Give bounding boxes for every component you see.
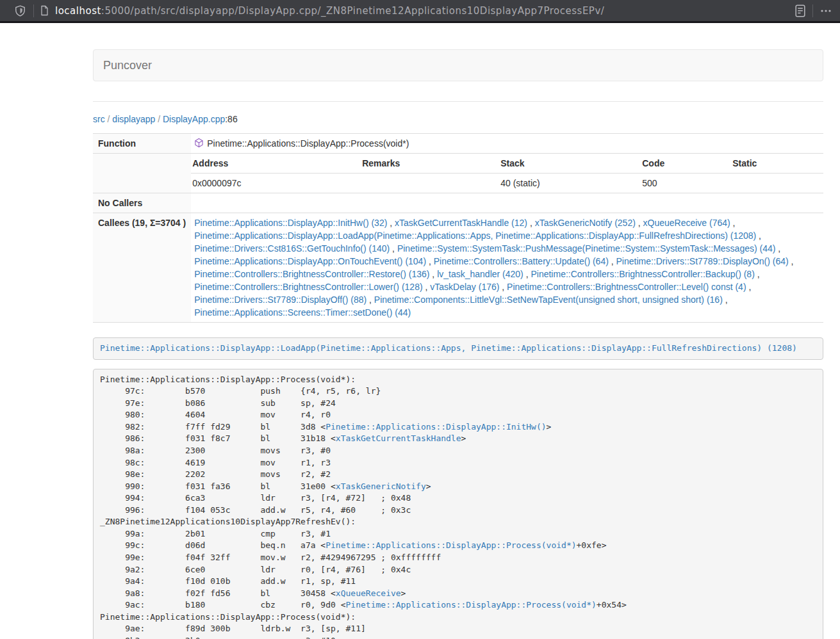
remarks-value (361, 174, 499, 193)
loadapp-link[interactable]: Pinetime::Applications::DisplayApp::Load… (100, 343, 797, 353)
callee-link[interactable]: Pinetime::Applications::Screens::Timer::… (194, 307, 411, 318)
col-code: Code (641, 154, 731, 174)
callee-link[interactable]: lv_task_handler (420) (437, 269, 523, 279)
page-actions-menu-icon[interactable] (820, 5, 832, 17)
static-value (731, 174, 823, 193)
callee-link[interactable]: Pinetime::System::SystemTask::PushMessag… (397, 243, 776, 254)
breadcrumb-link-file[interactable]: DisplayApp.cpp (163, 114, 225, 124)
function-name-cell: Pinetime::Applications::DisplayApp::Proc… (191, 134, 823, 154)
disassembly-symbol-link[interactable]: Pinetime::Applications::DisplayApp::Proc… (325, 540, 576, 550)
metrics-table: Address Remarks Stack Code Static 0x0000… (191, 154, 823, 193)
url-bar[interactable]: localhost:5000/path/src/displayapp/Displ… (55, 5, 604, 17)
shield-icon[interactable] (15, 5, 26, 17)
callee-link[interactable]: Pinetime::Controllers::BrightnessControl… (194, 282, 422, 292)
brand-link[interactable]: Puncover (94, 50, 161, 81)
url-host: localhost (55, 5, 101, 17)
callee-link[interactable]: Pinetime::Components::LittleVgl::SetNewT… (374, 295, 723, 305)
disassembly-symbol-link[interactable]: xTaskGenericNotify (336, 481, 426, 491)
loadapp-link-box: Pinetime::Applications::DisplayApp::Load… (93, 337, 823, 360)
code-value: 500 (641, 174, 731, 193)
breadcrumb-link-displayapp[interactable]: displayapp (112, 114, 155, 124)
callee-link[interactable]: Pinetime::Drivers::St7789::DisplayOff() … (194, 295, 366, 305)
browser-toolbar: localhost:5000/path/src/displayapp/Displ… (0, 0, 840, 21)
toolbar-divider (812, 4, 813, 17)
breadcrumb-link-src[interactable]: src (93, 114, 105, 124)
callee-link[interactable]: Pinetime::Controllers::BrightnessControl… (507, 282, 746, 292)
address-value: 0x0000097c (191, 174, 361, 193)
disassembly-block: Pinetime::Applications::DisplayApp::Proc… (93, 369, 823, 639)
callee-link[interactable]: xTaskGenericNotify (252) (535, 218, 636, 228)
callees-list: Pinetime::Applications::DisplayApp::Init… (191, 213, 823, 323)
reader-mode-icon[interactable] (795, 4, 805, 17)
disassembly-symbol-link[interactable]: Pinetime::Applications::DisplayApp::Init… (325, 422, 546, 432)
callee-link[interactable]: Pinetime::Drivers::St7789::DisplayOn() (… (616, 256, 789, 266)
divider-rule (93, 101, 823, 102)
callee-link[interactable]: Pinetime::Controllers::BrightnessControl… (194, 269, 429, 279)
function-row: Function Pinetime::Applications::Display… (93, 134, 823, 154)
disassembly-symbol-link[interactable]: xTaskGetCurrentTaskHandle (336, 433, 461, 443)
stack-value: 40 (static) (499, 174, 641, 193)
toolbar-bottom-edge (0, 21, 840, 23)
breadcrumb: src / displayapp / DisplayApp.cpp:86 (93, 113, 823, 125)
callee-link[interactable]: Pinetime::Applications::DisplayApp::Init… (194, 218, 387, 228)
symbol-cube-icon (194, 138, 204, 148)
callee-link[interactable]: xQueueReceive (764) (643, 218, 730, 228)
disassembly-symbol-link[interactable]: Pinetime::Applications::DisplayApp::Proc… (346, 600, 597, 610)
function-table: Function Pinetime::Applications::Display… (93, 133, 823, 323)
function-label: Function (93, 134, 191, 154)
no-callers-row: No Callers (93, 193, 823, 213)
breadcrumb-line-number: :86 (225, 114, 237, 124)
callee-link[interactable]: xTaskGetCurrentTaskHandle (12) (395, 218, 527, 228)
page-icon[interactable] (40, 5, 49, 16)
col-stack: Stack (499, 154, 641, 174)
callees-label: Callees (19, Σ=3704 ) (93, 213, 191, 323)
col-static: Static (731, 154, 823, 174)
metrics-row: Address Remarks Stack Code Static 0x0000… (93, 154, 823, 193)
callee-link[interactable]: Pinetime::Applications::DisplayApp::OnTo… (194, 256, 426, 266)
callee-link[interactable]: Pinetime::Drivers::Cst816S::GetTouchInfo… (194, 243, 390, 254)
url-path: :5000/path/src/displayapp/DisplayApp.cpp… (101, 5, 605, 17)
disassembly-symbol-link[interactable]: xQueueReceive (336, 588, 401, 598)
col-remarks: Remarks (361, 154, 499, 174)
callee-link[interactable]: Pinetime::Applications::DisplayApp::Load… (194, 231, 756, 241)
callee-link[interactable]: vTaskDelay (176) (430, 282, 499, 292)
no-callers-label: No Callers (93, 193, 191, 213)
toolbar-divider (33, 4, 34, 17)
callee-link[interactable]: Pinetime::Controllers::BrightnessControl… (531, 269, 754, 279)
callees-row: Callees (19, Σ=3704 ) Pinetime::Applicat… (93, 213, 823, 323)
col-address: Address (191, 154, 361, 174)
function-name: Pinetime::Applications::DisplayApp::Proc… (207, 138, 409, 149)
callee-link[interactable]: Pinetime::Controllers::Battery::Update()… (434, 256, 609, 266)
navbar: Puncover (93, 49, 823, 81)
